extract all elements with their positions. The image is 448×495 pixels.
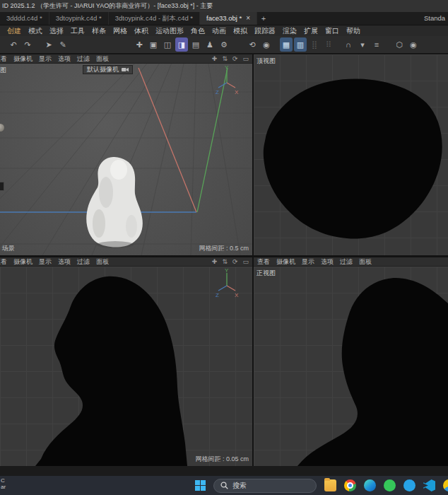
vp-menu-camera[interactable]: 摄像机 xyxy=(276,257,295,267)
menu-window[interactable]: 窗口 xyxy=(322,26,343,36)
viewport-right[interactable]: 查看 摄像机 显示 选项 过滤 面板 ✚ ⇅ ⟳ ▭ 右视图 xyxy=(0,257,252,466)
vp-menu-options[interactable]: 选项 xyxy=(321,257,334,267)
tool-settings-icon[interactable]: ⚙ xyxy=(218,37,230,52)
tab-3dtoypink-copy[interactable]: 3dtoypink.c4d - 副本.c4d * xyxy=(109,12,200,25)
vp-menu-view[interactable]: 查看 xyxy=(257,257,270,267)
tab-face33-active[interactable]: face33.obj * × xyxy=(200,12,257,25)
modeling-cube-a-icon[interactable]: ▣ xyxy=(147,37,160,52)
dolly-icon[interactable]: ⇅ xyxy=(222,258,228,265)
capsule-hex-icon[interactable]: ⬡ xyxy=(393,37,406,52)
menu-animate[interactable]: 动画 xyxy=(208,26,230,36)
tab-3dddd[interactable]: 3dddd.c4d * xyxy=(0,12,49,25)
poly-pen-icon[interactable]: ▤ xyxy=(189,37,202,52)
menu-create[interactable]: 创建 xyxy=(4,26,25,36)
vp-menu-view[interactable]: 查看 xyxy=(0,257,7,267)
menu-tools[interactable]: 工具 xyxy=(67,26,88,36)
orbit-icon[interactable]: ⟳ xyxy=(232,258,238,265)
front-view-silhouette xyxy=(254,267,448,466)
chrome-icon[interactable] xyxy=(344,479,356,491)
new-document-button[interactable]: + xyxy=(257,12,270,25)
undo-icon[interactable]: ↶ xyxy=(7,37,20,52)
viewport-front[interactable]: 查看 摄像机 显示 选项 过滤 面板 正视图 xyxy=(254,257,448,466)
vp-menu-filter[interactable]: 过滤 xyxy=(340,257,353,267)
vp-menu-options[interactable]: 选项 xyxy=(58,54,71,64)
vp-menu-display[interactable]: 显示 xyxy=(39,54,52,64)
menu-select[interactable]: 选择 xyxy=(46,26,67,36)
magnet-snap-icon[interactable]: ∩ xyxy=(342,37,355,52)
grid-spacing-hud: 网格间距 : 0.05 cm xyxy=(195,455,249,464)
pan-icon[interactable]: ✚ xyxy=(212,258,218,265)
menu-help[interactable]: 帮助 xyxy=(343,26,364,36)
vp-menu-panel[interactable]: 面板 xyxy=(96,54,109,64)
browser-partial-icon[interactable] xyxy=(443,479,448,491)
top-view-canvas[interactable]: 顶视图 xyxy=(254,54,448,255)
vscode-icon[interactable] xyxy=(423,479,435,491)
menu-character[interactable]: 角色 xyxy=(187,26,208,36)
viewport-top[interactable]: 顶视图 xyxy=(254,54,448,255)
menu-mograph[interactable]: 运动图形 xyxy=(152,26,187,36)
messenger-app-icon[interactable] xyxy=(403,479,415,491)
viewport-name-label: 正视图 xyxy=(257,269,276,278)
vp-menu-filter[interactable]: 过滤 xyxy=(77,54,90,64)
menu-mode[interactable]: 模式 xyxy=(25,26,46,36)
maximize-viewport-icon[interactable]: ▭ xyxy=(242,258,249,265)
window-titlebar[interactable]: ID 2025.1.2 （学生许可 - JIARUI YAO的非商业许可）- [… xyxy=(0,0,448,12)
dolly-icon[interactable]: ⇅ xyxy=(222,55,228,62)
green-app-icon[interactable] xyxy=(384,479,396,491)
start-button-icon[interactable] xyxy=(195,480,206,491)
pan-icon[interactable]: ✚ xyxy=(212,55,218,62)
menu-spline[interactable]: 样条 xyxy=(88,26,110,36)
move-tool-icon[interactable]: ✚ xyxy=(133,37,146,52)
axis-gizmo[interactable]: Y X Z xyxy=(214,64,240,95)
front-view-canvas[interactable]: 正视图 xyxy=(254,267,448,466)
clipped-left-swatch-icon xyxy=(0,182,4,191)
vp-menu-display[interactable]: 显示 xyxy=(39,257,52,267)
tab-3dtoypink[interactable]: 3dtoypink.c4d * xyxy=(49,12,109,25)
viewport-perspective[interactable]: 查看 摄像机 显示 选项 过滤 面板 ✚ ⇅ ⟳ ▭ xyxy=(0,54,252,255)
vp-menu-panel[interactable]: 面板 xyxy=(96,257,109,267)
menu-simulate[interactable]: 模拟 xyxy=(230,26,251,36)
orbit-tool-icon[interactable]: ⟲ xyxy=(246,37,259,52)
layout-selector[interactable]: Standa xyxy=(418,12,448,25)
menu-volume[interactable]: 体积 xyxy=(131,26,152,36)
orbit-icon[interactable]: ⟳ xyxy=(232,55,238,62)
snap-plane-icon[interactable]: ▥ xyxy=(294,37,307,52)
capsule-circle-icon[interactable]: ◉ xyxy=(407,37,420,52)
svg-text:Z: Z xyxy=(216,292,219,298)
vp-menu-camera[interactable]: 摄像机 xyxy=(13,257,33,267)
maximize-viewport-icon[interactable]: ▭ xyxy=(242,55,249,62)
lock-icon[interactable]: ◉ xyxy=(260,37,273,52)
vp-menu-display[interactable]: 显示 xyxy=(302,257,314,267)
dots-a-icon[interactable]: ⣿ xyxy=(308,37,321,52)
snap-dropdown-icon[interactable]: ▾ xyxy=(356,37,369,52)
taskbar-search[interactable]: 搜索 xyxy=(213,479,317,493)
menu-tracker[interactable]: 跟踪器 xyxy=(251,26,279,36)
simulate-tool-icon[interactable]: ◨ xyxy=(175,37,188,52)
modeling-cube-b-icon[interactable]: ◫ xyxy=(161,37,174,52)
ruler-icon[interactable]: ≡ xyxy=(370,37,383,52)
vp-menu-options[interactable]: 选项 xyxy=(58,257,71,267)
menu-extensions[interactable]: 扩展 xyxy=(300,26,322,36)
character-tool-icon[interactable]: ♟ xyxy=(204,37,216,52)
brush-tool-icon[interactable]: ✎ xyxy=(57,37,69,52)
edge-icon[interactable] xyxy=(364,479,376,491)
right-view-canvas[interactable]: 右视图 Y X Z 网格间距 : 0.05 cm xyxy=(0,267,252,466)
dots-b-icon[interactable]: ⠿ xyxy=(322,37,335,52)
snap-grid-icon[interactable]: ▦ xyxy=(280,37,293,52)
vp-menu-camera[interactable]: 摄像机 xyxy=(13,54,33,64)
clipped-desktop-label: C ar xyxy=(1,477,6,490)
perspective-canvas[interactable]: 透视视图 默认摄像机 Y X Z xyxy=(0,64,252,255)
menu-mesh[interactable]: 网格 xyxy=(110,26,131,36)
file-explorer-icon[interactable] xyxy=(324,479,336,491)
redo-icon[interactable]: ↷ xyxy=(21,37,34,52)
live-selection-icon[interactable]: ➤ xyxy=(42,37,55,52)
menu-render[interactable]: 渲染 xyxy=(279,26,300,36)
axis-gizmo[interactable]: Y X Z xyxy=(214,267,240,298)
vp-menu-filter[interactable]: 过滤 xyxy=(77,257,90,267)
camera-selector-button[interactable]: 默认摄像机 xyxy=(83,65,133,74)
close-tab-icon[interactable]: × xyxy=(246,15,250,22)
svg-text:X: X xyxy=(235,89,239,95)
svg-text:Y: Y xyxy=(225,267,229,274)
vp-menu-view[interactable]: 查看 xyxy=(0,54,7,64)
vp-menu-panel[interactable]: 面板 xyxy=(359,257,372,267)
